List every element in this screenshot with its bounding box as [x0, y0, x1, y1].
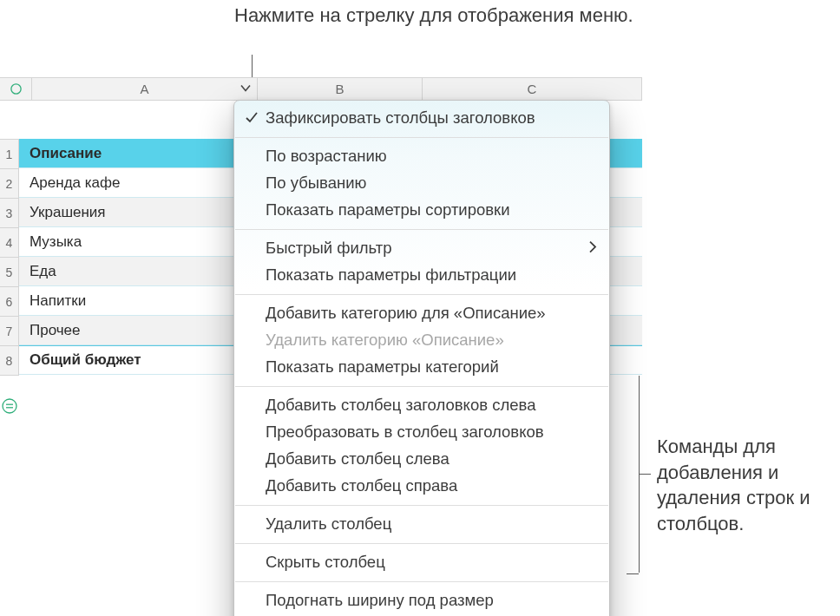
menu-item-label: Добавить категорию для «Описание» — [266, 304, 546, 322]
menu-item-sort-options[interactable]: Показать параметры сортировки — [234, 197, 609, 224]
menu-item-label: Зафиксировать столбцы заголовков — [266, 108, 535, 127]
chevron-down-icon[interactable] — [240, 82, 252, 96]
menu-separator — [235, 137, 608, 138]
checkmark-icon — [245, 109, 259, 131]
menu-item-label: Скрыть столбец — [266, 553, 385, 571]
menu-item-category-options[interactable]: Показать параметры категорий — [234, 354, 609, 381]
column-headers: A B C — [0, 77, 642, 101]
menu-separator — [235, 581, 608, 582]
menu-item-quick-filter[interactable]: Быстрый фильтр — [234, 235, 609, 262]
cell: Напитки — [19, 292, 259, 310]
menu-item-label: Добавить столбец слева — [266, 449, 450, 468]
cell: Украшения — [19, 204, 259, 221]
cell: Музыка — [19, 233, 259, 251]
menu-item-label: Удалить категорию «Описание» — [266, 331, 504, 349]
cell: Прочее — [19, 322, 259, 339]
menu-item-filter-options[interactable]: Показать параметры фильтрации — [234, 262, 609, 289]
menu-item-label: Добавить столбец справа — [266, 476, 457, 495]
callout-top: Нажмите на стрелку для отображения меню. — [234, 3, 633, 29]
menu-separator — [235, 386, 608, 387]
menu-item-label: Удалить столбец — [266, 514, 391, 533]
column-header-label: C — [528, 82, 537, 96]
menu-item-label: Подогнать ширину под размер содержимого — [266, 591, 494, 616]
row-header[interactable]: 8 — [0, 346, 18, 376]
menu-item-label: Преобразовать в столбец заголовков — [266, 423, 544, 441]
row-header[interactable]: 3 — [0, 199, 18, 228]
menu-item-delete-column[interactable]: Удалить столбец — [234, 511, 609, 538]
menu-item-label: Добавить столбец заголовков слева — [266, 396, 535, 414]
row-header[interactable]: 7 — [0, 317, 18, 346]
equals-circle-icon — [2, 398, 17, 414]
menu-item-add-category[interactable]: Добавить категорию для «Описание» — [234, 300, 609, 327]
column-header-b[interactable]: B — [258, 78, 423, 100]
callout-right: Команды для добавления и удаления строк … — [657, 434, 840, 537]
menu-item-label: Показать параметры категорий — [266, 357, 499, 376]
cell: Аренда кафе — [19, 174, 259, 192]
menu-item-delete-category: Удалить категорию «Описание» — [234, 327, 609, 354]
column-header-a[interactable]: A — [32, 78, 258, 100]
menu-separator — [235, 505, 608, 506]
menu-item-label: Показать параметры сортировки — [266, 200, 510, 219]
column-header-c[interactable]: C — [423, 78, 642, 100]
menu-item-hide-column[interactable]: Скрыть столбец — [234, 549, 609, 576]
svg-point-0 — [10, 84, 20, 94]
column-context-menu: Зафиксировать столбцы заголовков По возр… — [233, 100, 610, 616]
row-header[interactable]: 6 — [0, 287, 18, 317]
menu-item-label: По убыванию — [266, 174, 366, 192]
menu-item-label: По возрастанию — [266, 147, 387, 165]
menu-separator — [235, 294, 608, 295]
cell: Еда — [19, 263, 259, 280]
menu-separator — [235, 543, 608, 544]
callout-bracket — [627, 375, 644, 573]
table-circle-icon — [10, 82, 23, 95]
menu-separator — [235, 229, 608, 230]
row-header[interactable]: 5 — [0, 258, 18, 287]
cell: Описание — [19, 145, 259, 162]
add-row-handle[interactable] — [2, 398, 17, 414]
menu-item-fit-width[interactable]: Подогнать ширину под размер содержимого — [234, 587, 609, 616]
menu-item-sort-descending[interactable]: По убыванию — [234, 170, 609, 197]
menu-item-label: Быстрый фильтр — [266, 239, 392, 257]
menu-item-add-header-column-left[interactable]: Добавить столбец заголовков слева — [234, 392, 609, 419]
menu-item-add-column-left[interactable]: Добавить столбец слева — [234, 446, 609, 473]
select-all-corner[interactable] — [0, 78, 32, 100]
chevron-right-icon — [588, 238, 597, 259]
row-headers: 1 2 3 4 5 6 7 8 — [0, 139, 19, 376]
column-header-label: A — [140, 82, 148, 96]
row-header[interactable]: 2 — [0, 169, 18, 199]
row-header[interactable]: 1 — [0, 140, 18, 169]
menu-item-convert-to-header[interactable]: Преобразовать в столбец заголовков — [234, 419, 609, 446]
cell: Общий бюджет — [19, 351, 259, 369]
column-header-label: B — [335, 82, 344, 96]
menu-item-label: Показать параметры фильтрации — [266, 265, 516, 284]
menu-item-add-column-right[interactable]: Добавить столбец справа — [234, 473, 609, 500]
row-header[interactable]: 4 — [0, 228, 18, 258]
menu-item-sort-ascending[interactable]: По возрастанию — [234, 143, 609, 170]
svg-point-1 — [3, 399, 16, 413]
menu-item-freeze-header-columns[interactable]: Зафиксировать столбцы заголовков — [234, 105, 609, 132]
